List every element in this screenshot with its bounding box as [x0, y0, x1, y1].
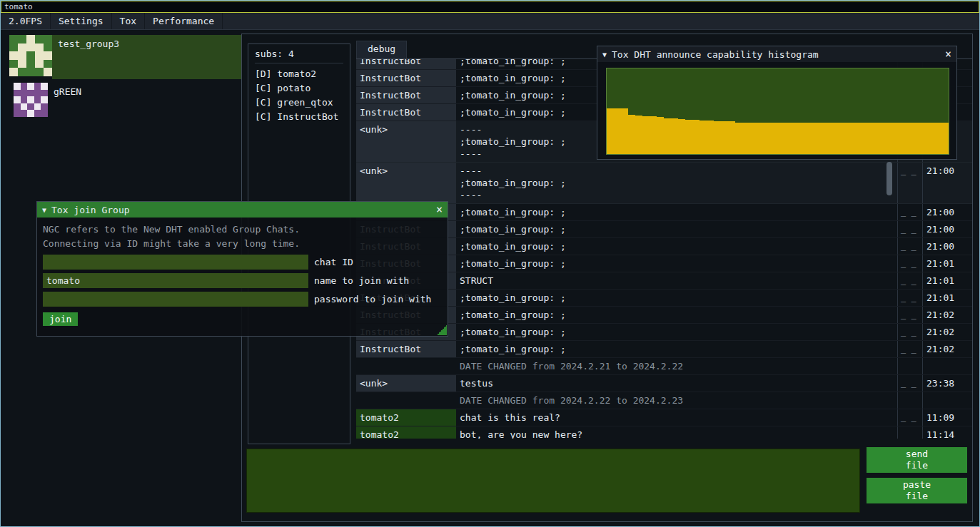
- paste-file-button[interactable]: pastefile: [867, 478, 967, 503]
- histogram-bar: [721, 121, 728, 154]
- join-button[interactable]: join: [43, 312, 78, 326]
- histogram-bar: [884, 123, 891, 154]
- message-line: testus: [460, 377, 894, 389]
- message-line: ;tomato_in_group: ;: [460, 326, 894, 338]
- histogram-bar: [814, 123, 821, 154]
- histogram-bar: [771, 123, 778, 154]
- message-author: <unk>: [356, 375, 456, 392]
- subs-item-c-potato[interactable]: [C] potato: [255, 81, 343, 96]
- chat-id-label: chat ID: [314, 257, 353, 267]
- histogram-bar: [877, 123, 884, 154]
- message-status: _ _: [897, 375, 922, 392]
- composer-input[interactable]: [246, 449, 860, 513]
- message-status: _ _: [897, 255, 922, 272]
- message-time: 21:02: [922, 341, 972, 357]
- chat-id-input[interactable]: [43, 255, 308, 270]
- message-text: ;tomato_in_group: ;: [456, 221, 897, 237]
- message-line: ;tomato_in_group: ;: [460, 343, 894, 355]
- chat-row: InstructBot;tomato_in_group: ;_ _21:02: [356, 341, 972, 358]
- histogram-bar: [807, 123, 814, 154]
- message-status: _ _: [897, 238, 922, 255]
- histogram-bar: [685, 120, 692, 154]
- subs-count: subs: 4: [255, 47, 343, 63]
- message-line: ;tomato_in_group: ;: [460, 223, 894, 235]
- histogram-bar: [828, 123, 835, 154]
- histogram-bar: [671, 118, 678, 154]
- message-text: bot, are you new here?: [456, 426, 897, 439]
- message-text: ;tomato_in_group: ;: [456, 238, 897, 255]
- sidebar-group-test-group3[interactable]: test_group3: [9, 35, 241, 79]
- password-to-join-with-input[interactable]: [43, 292, 308, 307]
- name-to-join-with-input[interactable]: [43, 273, 308, 288]
- sidebar-group-green[interactable]: gREEN: [9, 83, 241, 117]
- chat-row: tomato2chat is this real?_ _11:09: [356, 409, 972, 426]
- histogram-bar: [621, 108, 628, 154]
- histogram-bar: [607, 108, 614, 154]
- message-time: 21:00: [922, 204, 972, 220]
- menu-item-settings[interactable]: Settings: [51, 13, 112, 29]
- chat-row: InstructBot;tomato_in_group: ;_ _21:02: [356, 324, 972, 341]
- histogram-titlebar[interactable]: ▼ Tox DHT announce capability histogram …: [597, 46, 956, 62]
- message-author: <unk>: [356, 163, 456, 203]
- histogram-bar: [692, 120, 699, 154]
- histogram-bar: [835, 123, 842, 154]
- message-status: [897, 358, 922, 374]
- collapse-arrow-icon[interactable]: ▼: [602, 51, 607, 58]
- menu-item-performance[interactable]: Performance: [145, 13, 223, 29]
- histogram-bar: [657, 117, 664, 154]
- join-group-titlebar[interactable]: ▼ Tox join Group ×: [37, 202, 448, 218]
- histogram-bar: [920, 123, 927, 154]
- send-file-label: send: [906, 449, 928, 460]
- chat-row: DATE CHANGED from 2024.2.21 to 2024.2.22: [356, 358, 972, 375]
- message-line: chat is this real?: [460, 411, 894, 424]
- paste-file-label: paste: [903, 479, 931, 491]
- histogram-bar: [842, 123, 849, 154]
- chat-row: InstructBotSTRUCT_ _21:01: [356, 272, 972, 290]
- resize-grip-icon[interactable]: [437, 325, 447, 335]
- histogram-bar: [764, 123, 771, 154]
- group-name: test_group3: [58, 39, 119, 49]
- message-status: _ _: [897, 324, 922, 340]
- join-field-row: name to join with: [43, 273, 442, 288]
- window-titlebar[interactable]: tomato: [1, 1, 979, 13]
- message-status: _ _: [897, 272, 922, 289]
- close-icon[interactable]: ×: [945, 48, 951, 61]
- histogram-bar: [891, 123, 899, 154]
- chat-row: tomato2bot, are you new here?_ _11:14: [356, 426, 972, 439]
- menu-item-2-0fps[interactable]: 2.0FPS: [1, 13, 51, 29]
- message-text: STRUCT: [456, 272, 897, 289]
- subs-item-c-instructbot[interactable]: [C] InstructBot: [255, 110, 343, 124]
- histogram-bar: [821, 123, 828, 154]
- subs-list: [D] tomato2[C] potato[C] green_qtox[C] I…: [255, 67, 343, 124]
- chat-scrollbar[interactable]: [886, 162, 892, 195]
- message-author: [356, 392, 456, 409]
- message-time: 21:00: [922, 221, 972, 237]
- message-time: 21:00: [922, 238, 972, 255]
- send-file-button[interactable]: sendfile: [867, 447, 967, 473]
- message-status: _ _: [897, 341, 922, 357]
- app-window: tomato 2.0FPSSettingsToxPerformance test…: [0, 0, 980, 527]
- menu-item-tox[interactable]: Tox: [112, 13, 145, 29]
- close-icon[interactable]: ×: [436, 203, 443, 216]
- password-to-join-with-label: password to join with: [314, 294, 431, 305]
- chat-row: InstructBot;tomato_in_group: ;_ _21:01: [356, 255, 972, 272]
- message-text: ;tomato_in_group: ;: [456, 307, 897, 323]
- message-time: 21:01: [922, 272, 972, 289]
- chat-row: InstructBot;tomato_in_group: ;_ _21:00: [356, 238, 972, 255]
- paste-file-label: file: [906, 491, 928, 502]
- histogram-bar: [749, 123, 757, 154]
- histogram-bar: [707, 121, 714, 154]
- system-message: DATE CHANGED from 2024.2.21 to 2024.2.22: [456, 358, 897, 374]
- collapse-arrow-icon[interactable]: ▼: [42, 206, 46, 214]
- histogram-bar: [899, 123, 906, 154]
- subs-item-c-green-qtox[interactable]: [C] green_qtox: [255, 96, 343, 110]
- histogram-bar: [614, 108, 621, 154]
- subs-item-d-tomato2[interactable]: [D] tomato2: [255, 67, 343, 81]
- message-status: _ _: [897, 290, 922, 306]
- message-line: STRUCT: [460, 275, 894, 287]
- histogram-bar: [856, 123, 863, 154]
- tab-debug[interactable]: debug: [356, 41, 407, 58]
- join-group-info: NGC refers to the New DHT enabled Group …: [43, 222, 442, 251]
- histogram-bar: [742, 123, 749, 154]
- message-text: ;tomato_in_group: ;: [456, 341, 897, 357]
